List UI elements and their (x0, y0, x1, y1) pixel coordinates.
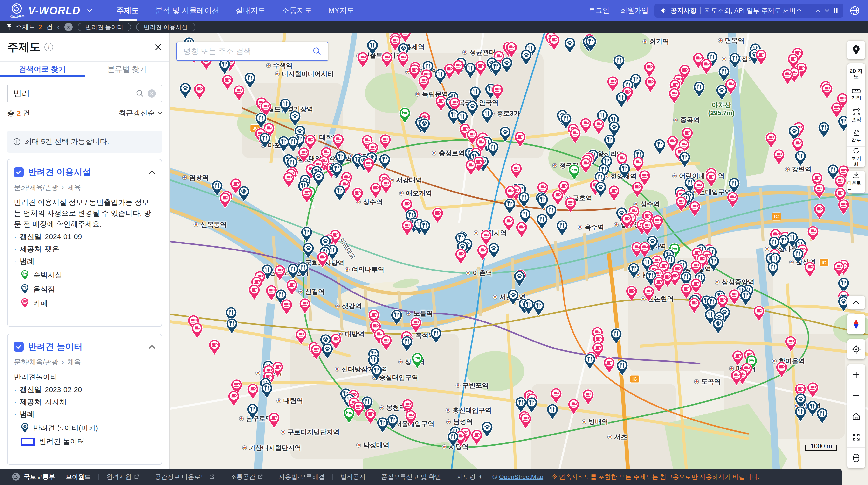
map-pin-paw[interactable] (302, 242, 315, 259)
map-pin-paw[interactable] (501, 57, 513, 73)
my-location-button[interactable] (847, 339, 865, 360)
map-pin-food[interactable] (260, 382, 273, 399)
map-pin-cafe[interactable] (641, 220, 654, 236)
map-pin-cafe[interactable] (804, 261, 816, 278)
map-pin-food[interactable] (225, 318, 238, 334)
download-button[interactable]: 다운로드 (847, 171, 865, 193)
map-pin-cafe[interactable] (397, 52, 409, 68)
map-pin-cafe[interactable] (233, 85, 245, 101)
map-pin-food[interactable] (618, 163, 631, 179)
map-pin-cafe[interactable] (502, 216, 515, 232)
map-pin-cafe[interactable] (286, 279, 298, 296)
map-pin-paw[interactable] (179, 82, 191, 99)
osm-link[interactable]: OpenStreetMap (499, 473, 544, 481)
map-pin-cafe[interactable] (470, 429, 483, 446)
map-pin-food[interactable] (615, 91, 628, 108)
brand-chevron-down-icon[interactable] (87, 9, 92, 12)
map-pin-cafe[interactable] (401, 220, 413, 236)
map-pin-cafe[interactable] (405, 410, 417, 426)
layer-chip-facility[interactable]: 반려견 이용시설 (136, 23, 195, 31)
map-pin-stay[interactable] (568, 164, 581, 180)
map-pin-cafe[interactable] (351, 187, 364, 203)
map-pin-cafe[interactable] (631, 181, 644, 198)
map-pin-food[interactable] (430, 327, 442, 344)
map-pin-cafe[interactable] (247, 383, 259, 400)
map-pin-cafe[interactable] (465, 159, 477, 176)
map-pin-cafe[interactable] (369, 182, 382, 199)
map-pin-cafe[interactable] (515, 222, 528, 238)
map-pin-food[interactable] (503, 198, 516, 215)
compass-button[interactable] (847, 314, 865, 334)
map-pin-food[interactable] (447, 431, 459, 447)
map-pin-cafe[interactable] (514, 131, 526, 148)
map-pin-cafe[interactable] (564, 197, 577, 213)
map-pin-cafe[interactable] (299, 298, 311, 314)
map-pin-stay[interactable] (343, 407, 355, 424)
map-pin-cafe[interactable] (813, 203, 826, 220)
map-pin-cafe[interactable] (505, 41, 518, 58)
map-pin-food[interactable] (794, 150, 807, 167)
map-pin-cafe[interactable] (301, 187, 313, 203)
map-pin-food[interactable] (794, 406, 807, 422)
map-pin-cafe[interactable] (379, 134, 392, 150)
panel-close-button[interactable] (154, 43, 162, 51)
map-pin-cafe[interactable] (821, 83, 833, 99)
keyword-search-input[interactable] (13, 89, 132, 98)
map-pin-cafe[interactable] (784, 336, 797, 352)
map-pin-cafe[interactable] (280, 299, 293, 315)
search-icon[interactable] (135, 89, 144, 98)
map-pin-food[interactable] (487, 141, 499, 158)
map-pin-cafe[interactable] (569, 127, 581, 144)
notice-banner[interactable]: 공지사항 지도조회, API 일부 주제도 서비스 ··· (654, 4, 843, 18)
map-pin-food[interactable] (401, 336, 413, 352)
map-pin-cafe[interactable] (700, 58, 713, 75)
map-pin-food[interactable] (707, 255, 720, 272)
layer-title[interactable]: 반려견 놀이터 (28, 341, 83, 353)
map-pin-food[interactable] (378, 153, 391, 170)
map-pin-cafe[interactable] (755, 49, 767, 65)
brand-wordmark[interactable]: V-WORLD (28, 5, 80, 17)
map-pin-cafe[interactable] (356, 52, 369, 68)
map-pin-food[interactable] (246, 403, 259, 420)
footer-link[interactable]: 품질오류신고 및 확인 (381, 473, 441, 481)
map-pin-food[interactable] (259, 132, 271, 149)
map-pin-cafe[interactable] (455, 248, 467, 265)
clear-search-icon[interactable] (148, 89, 156, 97)
map-pin-paw[interactable] (312, 171, 325, 187)
map-pin-paw[interactable] (712, 318, 724, 334)
notice-pause-icon[interactable] (834, 8, 838, 13)
map-pin-food[interactable] (546, 404, 559, 420)
map-pin-cafe[interactable] (580, 157, 592, 174)
tab-search-by-category[interactable]: 분류별 찾기 (85, 62, 169, 77)
map-pin-cafe[interactable] (548, 34, 560, 51)
map-pin-cafe[interactable] (221, 74, 234, 90)
map-pin-cafe[interactable] (316, 251, 329, 267)
map-pin-cafe[interactable] (833, 261, 845, 277)
map-pin-food[interactable] (610, 328, 622, 344)
map-pin-food[interactable] (739, 290, 752, 306)
footer-link[interactable]: 공간정보 다운로드 (155, 473, 214, 481)
clear-layers-button[interactable] (64, 23, 73, 31)
globe-icon[interactable] (850, 5, 860, 16)
map-pin-cafe[interactable] (248, 284, 260, 301)
map-pin-cafe[interactable] (806, 382, 819, 398)
tab-search-by-keyword[interactable]: 검색어로 찾기 (0, 62, 85, 77)
map-pin-stay[interactable] (399, 107, 411, 124)
mouse-guide-button[interactable] (847, 447, 865, 468)
map-pin-food[interactable] (556, 220, 568, 236)
map-pin-cafe[interactable] (191, 322, 204, 339)
layer-title[interactable]: 반려견 이용시설 (28, 166, 91, 178)
map-pin-cafe[interactable] (730, 369, 743, 386)
map-pin-food[interactable] (728, 52, 741, 69)
map-pin-cafe[interactable] (417, 75, 430, 91)
map-pin-food[interactable] (532, 299, 545, 316)
map-pin-food[interactable] (481, 108, 494, 124)
map-pin-paw[interactable] (499, 126, 512, 143)
map-pin-paw[interactable] (289, 110, 301, 127)
footer-link[interactable]: 법적공지 (340, 473, 366, 481)
map-pin-cafe[interactable] (550, 388, 562, 404)
map-pin-cafe[interactable] (625, 285, 638, 302)
map-pin-cafe[interactable] (726, 192, 739, 208)
map-pin-food[interactable] (464, 62, 477, 79)
map-pin-food[interactable] (585, 35, 597, 52)
